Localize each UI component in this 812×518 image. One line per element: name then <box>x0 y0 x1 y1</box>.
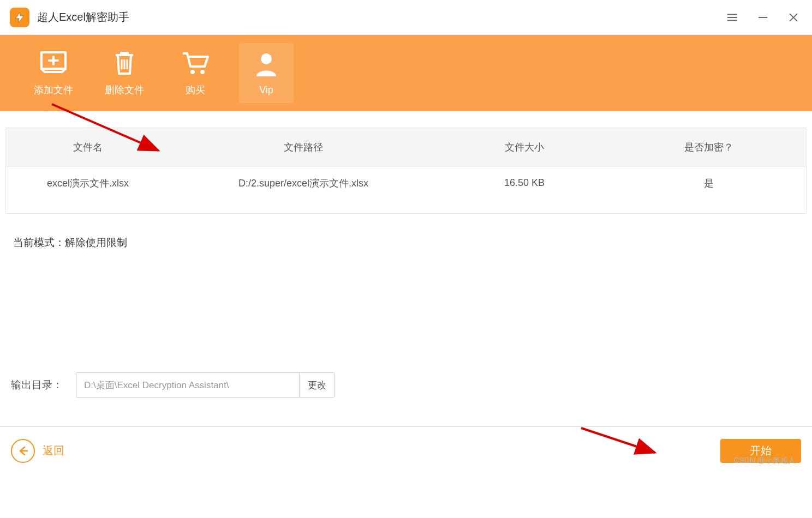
app-title: 超人Excel解密助手 <box>37 10 129 25</box>
watermark: CSDN @小奥超人 <box>733 456 796 466</box>
toolbar-label: 添加文件 <box>34 83 73 97</box>
footer: 返回 开始 <box>0 426 812 474</box>
toolbar-label: Vip <box>259 85 273 96</box>
toolbar-buy[interactable]: 购买 <box>168 43 223 103</box>
cell-filepath: D:/2.super/excel演示文件.xlsx <box>170 177 437 190</box>
title-bar: 超人Excel解密助手 <box>0 0 812 35</box>
trash-icon <box>111 50 138 77</box>
toolbar-delete-file[interactable]: 删除文件 <box>97 43 152 103</box>
toolbar: 添加文件 删除文件 购买 Vip <box>0 35 812 111</box>
col-filename: 文件名 <box>6 141 170 154</box>
svg-point-1 <box>200 70 205 74</box>
output-label: 输出目录： <box>11 378 63 392</box>
table-bottom-space <box>6 199 806 213</box>
cart-icon <box>181 50 210 77</box>
file-table: 文件名 文件路径 文件大小 是否加密？ excel演示文件.xlsx D:/2.… <box>5 128 807 214</box>
output-group: 更改 <box>76 372 335 397</box>
user-icon <box>254 51 278 78</box>
output-dir-input[interactable] <box>76 373 299 397</box>
table-header: 文件名 文件路径 文件大小 是否加密？ <box>6 128 806 166</box>
back-arrow-icon <box>11 439 35 463</box>
cell-filesize: 16.50 KB <box>437 177 612 189</box>
back-button[interactable]: 返回 <box>11 439 64 463</box>
menu-icon[interactable] <box>724 9 741 26</box>
current-mode: 当前模式：解除使用限制 <box>5 236 807 250</box>
app-logo-icon <box>10 8 29 27</box>
close-icon[interactable] <box>785 9 802 26</box>
back-label: 返回 <box>43 443 64 458</box>
add-file-icon <box>38 50 69 77</box>
col-encrypted: 是否加密？ <box>612 141 806 154</box>
table-row[interactable]: excel演示文件.xlsx D:/2.super/excel演示文件.xlsx… <box>6 166 806 199</box>
window-controls <box>724 9 802 26</box>
toolbar-label: 删除文件 <box>105 83 144 97</box>
cell-filename: excel演示文件.xlsx <box>6 177 170 190</box>
minimize-icon[interactable] <box>754 9 772 26</box>
content: 文件名 文件路径 文件大小 是否加密？ excel演示文件.xlsx D:/2.… <box>0 111 812 250</box>
toolbar-label: 购买 <box>186 83 205 97</box>
output-row: 输出目录： 更改 <box>11 372 335 397</box>
title-left: 超人Excel解密助手 <box>10 8 129 27</box>
col-filesize: 文件大小 <box>437 141 612 154</box>
col-filepath: 文件路径 <box>170 141 437 154</box>
change-dir-button[interactable]: 更改 <box>299 373 334 397</box>
svg-point-0 <box>190 70 195 74</box>
svg-point-2 <box>261 53 272 64</box>
toolbar-vip[interactable]: Vip <box>239 43 294 103</box>
cell-encrypted: 是 <box>612 177 806 190</box>
toolbar-add-file[interactable]: 添加文件 <box>26 43 81 103</box>
